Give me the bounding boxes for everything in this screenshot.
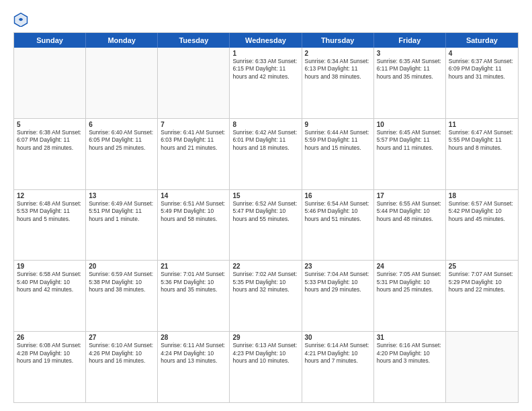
cell-info: Sunrise: 6:35 AM Sunset: 6:11 PM Dayligh… [377, 58, 443, 81]
day-cell-13: 13Sunrise: 6:49 AM Sunset: 5:51 PM Dayli… [86, 190, 158, 261]
cell-info: Sunrise: 6:14 AM Sunset: 4:21 PM Dayligh… [305, 342, 371, 365]
day-cell-24: 24Sunrise: 7:05 AM Sunset: 5:31 PM Dayli… [374, 261, 446, 331]
cell-info: Sunrise: 7:02 AM Sunset: 5:35 PM Dayligh… [232, 271, 298, 293]
day-number: 26 [17, 334, 83, 341]
day-number: 30 [305, 334, 371, 341]
day-number: 10 [377, 121, 443, 128]
cell-info: Sunrise: 6:13 AM Sunset: 4:23 PM Dayligh… [232, 342, 298, 365]
day-cell-25: 25Sunrise: 7:07 AM Sunset: 5:29 PM Dayli… [446, 261, 518, 331]
logo [13, 12, 31, 27]
day-number: 20 [89, 263, 154, 270]
day-cell-10: 10Sunrise: 6:45 AM Sunset: 5:57 PM Dayli… [374, 119, 446, 189]
header [13, 12, 519, 27]
day-cell-6: 6Sunrise: 6:40 AM Sunset: 6:05 PM Daylig… [86, 119, 158, 189]
weekday-header-wednesday: Wednesday [230, 33, 302, 48]
cell-info: Sunrise: 6:48 AM Sunset: 5:53 PM Dayligh… [17, 200, 83, 223]
day-number: 22 [232, 263, 298, 270]
day-cell-18: 18Sunrise: 6:57 AM Sunset: 5:42 PM Dayli… [446, 190, 518, 261]
cell-info: Sunrise: 6:08 AM Sunset: 4:28 PM Dayligh… [17, 342, 83, 365]
day-cell-23: 23Sunrise: 7:04 AM Sunset: 5:33 PM Dayli… [302, 261, 374, 331]
cell-info: Sunrise: 6:16 AM Sunset: 4:20 PM Dayligh… [377, 342, 443, 365]
day-cell-5: 5Sunrise: 6:38 AM Sunset: 6:07 PM Daylig… [14, 119, 86, 189]
day-number: 6 [89, 121, 154, 128]
day-number: 28 [161, 334, 226, 341]
day-number: 18 [449, 192, 515, 199]
day-cell-11: 11Sunrise: 6:47 AM Sunset: 5:55 PM Dayli… [446, 119, 518, 189]
cell-info: Sunrise: 6:45 AM Sunset: 5:57 PM Dayligh… [377, 129, 443, 152]
day-cell-20: 20Sunrise: 6:59 AM Sunset: 5:38 PM Dayli… [86, 261, 158, 331]
empty-cell [14, 48, 86, 118]
day-number: 13 [89, 192, 154, 199]
weekday-header-sunday: Sunday [14, 33, 86, 48]
cell-info: Sunrise: 6:47 AM Sunset: 5:55 PM Dayligh… [449, 129, 515, 152]
day-number: 27 [89, 334, 154, 341]
empty-cell [158, 48, 230, 118]
cell-info: Sunrise: 6:33 AM Sunset: 6:15 PM Dayligh… [232, 58, 298, 81]
cell-info: Sunrise: 6:37 AM Sunset: 6:09 PM Dayligh… [449, 58, 515, 81]
day-cell-2: 2Sunrise: 6:34 AM Sunset: 6:13 PM Daylig… [302, 48, 374, 118]
day-cell-9: 9Sunrise: 6:44 AM Sunset: 5:59 PM Daylig… [302, 119, 374, 189]
cell-info: Sunrise: 6:59 AM Sunset: 5:38 PM Dayligh… [89, 271, 154, 293]
cell-info: Sunrise: 6:40 AM Sunset: 6:05 PM Dayligh… [89, 129, 154, 152]
calendar-header: SundayMondayTuesdayWednesdayThursdayFrid… [14, 33, 518, 48]
day-number: 31 [377, 334, 443, 341]
day-cell-26: 26Sunrise: 6:08 AM Sunset: 4:28 PM Dayli… [14, 332, 86, 402]
day-number: 17 [377, 192, 443, 199]
day-number: 15 [232, 192, 298, 199]
day-cell-16: 16Sunrise: 6:54 AM Sunset: 5:46 PM Dayli… [302, 190, 374, 261]
cell-info: Sunrise: 7:07 AM Sunset: 5:29 PM Dayligh… [449, 271, 515, 293]
day-number: 14 [161, 192, 226, 199]
day-number: 1 [232, 50, 298, 57]
day-number: 29 [232, 334, 298, 341]
calendar-row-3: 12Sunrise: 6:48 AM Sunset: 5:53 PM Dayli… [14, 189, 518, 261]
cell-info: Sunrise: 6:57 AM Sunset: 5:42 PM Dayligh… [449, 200, 515, 223]
calendar-row-5: 26Sunrise: 6:08 AM Sunset: 4:28 PM Dayli… [14, 331, 518, 402]
day-number: 16 [305, 192, 371, 199]
calendar-row-2: 5Sunrise: 6:38 AM Sunset: 6:07 PM Daylig… [14, 118, 518, 189]
cell-info: Sunrise: 6:42 AM Sunset: 6:01 PM Dayligh… [232, 129, 298, 152]
day-cell-31: 31Sunrise: 6:16 AM Sunset: 4:20 PM Dayli… [374, 332, 446, 402]
day-cell-15: 15Sunrise: 6:52 AM Sunset: 5:47 PM Dayli… [230, 190, 302, 261]
day-cell-27: 27Sunrise: 6:10 AM Sunset: 4:26 PM Dayli… [86, 332, 158, 402]
cell-info: Sunrise: 6:10 AM Sunset: 4:26 PM Dayligh… [89, 342, 154, 365]
day-cell-1: 1Sunrise: 6:33 AM Sunset: 6:15 PM Daylig… [230, 48, 302, 118]
calendar-row-4: 19Sunrise: 6:58 AM Sunset: 5:40 PM Dayli… [14, 260, 518, 331]
page: SundayMondayTuesdayWednesdayThursdayFrid… [0, 0, 532, 411]
day-number: 5 [17, 121, 83, 128]
day-cell-3: 3Sunrise: 6:35 AM Sunset: 6:11 PM Daylig… [374, 48, 446, 118]
day-cell-21: 21Sunrise: 7:01 AM Sunset: 5:36 PM Dayli… [158, 261, 230, 331]
cell-info: Sunrise: 6:55 AM Sunset: 5:44 PM Dayligh… [377, 200, 443, 223]
weekday-header-monday: Monday [86, 33, 158, 48]
cell-info: Sunrise: 7:05 AM Sunset: 5:31 PM Dayligh… [377, 271, 443, 293]
day-cell-28: 28Sunrise: 6:11 AM Sunset: 4:24 PM Dayli… [158, 332, 230, 402]
cell-info: Sunrise: 6:51 AM Sunset: 5:49 PM Dayligh… [161, 200, 226, 223]
cell-info: Sunrise: 6:34 AM Sunset: 6:13 PM Dayligh… [305, 58, 371, 81]
cell-info: Sunrise: 6:54 AM Sunset: 5:46 PM Dayligh… [305, 200, 371, 223]
logo-icon [13, 12, 28, 27]
day-number: 23 [305, 263, 371, 270]
calendar: SundayMondayTuesdayWednesdayThursdayFrid… [13, 32, 519, 403]
empty-cell [446, 332, 518, 402]
day-number: 3 [377, 50, 443, 57]
calendar-row-1: 1Sunrise: 6:33 AM Sunset: 6:15 PM Daylig… [14, 48, 518, 118]
day-number: 25 [449, 263, 515, 270]
day-cell-19: 19Sunrise: 6:58 AM Sunset: 5:40 PM Dayli… [14, 261, 86, 331]
day-number: 8 [232, 121, 298, 128]
cell-info: Sunrise: 6:44 AM Sunset: 5:59 PM Dayligh… [305, 129, 371, 152]
day-cell-12: 12Sunrise: 6:48 AM Sunset: 5:53 PM Dayli… [14, 190, 86, 261]
cell-info: Sunrise: 6:52 AM Sunset: 5:47 PM Dayligh… [232, 200, 298, 223]
day-number: 2 [305, 50, 371, 57]
day-number: 12 [17, 192, 83, 199]
cell-info: Sunrise: 6:49 AM Sunset: 5:51 PM Dayligh… [89, 200, 154, 223]
weekday-header-friday: Friday [374, 33, 446, 48]
day-number: 7 [161, 121, 226, 128]
cell-info: Sunrise: 7:04 AM Sunset: 5:33 PM Dayligh… [305, 271, 371, 293]
cell-info: Sunrise: 7:01 AM Sunset: 5:36 PM Dayligh… [161, 271, 226, 293]
day-cell-17: 17Sunrise: 6:55 AM Sunset: 5:44 PM Dayli… [374, 190, 446, 261]
weekday-header-saturday: Saturday [446, 33, 518, 48]
day-cell-8: 8Sunrise: 6:42 AM Sunset: 6:01 PM Daylig… [230, 119, 302, 189]
day-number: 9 [305, 121, 371, 128]
day-cell-29: 29Sunrise: 6:13 AM Sunset: 4:23 PM Dayli… [230, 332, 302, 402]
cell-info: Sunrise: 6:38 AM Sunset: 6:07 PM Dayligh… [17, 129, 83, 152]
day-cell-4: 4Sunrise: 6:37 AM Sunset: 6:09 PM Daylig… [446, 48, 518, 118]
